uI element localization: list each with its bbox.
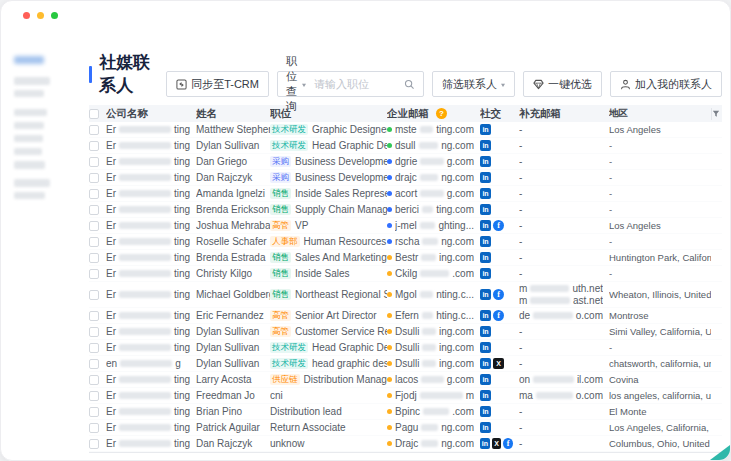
company-name-suffix: ting — [174, 124, 190, 135]
row-checkbox-cell — [89, 253, 106, 263]
social-cell: inX — [480, 358, 519, 369]
linkedin-icon[interactable]: in — [480, 220, 491, 231]
row-checkbox[interactable] — [89, 125, 99, 135]
row-checkbox[interactable] — [89, 141, 99, 151]
table-row: ErtingDylan Sullivan技术研发Head Graphic Des… — [89, 138, 722, 154]
sidebar-item[interactable] — [14, 135, 43, 142]
email-address: rschang.com — [395, 236, 474, 247]
sidebar-item[interactable] — [14, 90, 44, 97]
row-checkbox[interactable] — [89, 237, 99, 247]
minimize-window-icon[interactable] — [37, 12, 44, 19]
column-filter-icon[interactable] — [711, 108, 722, 120]
redacted-text — [420, 174, 439, 181]
company-name-prefix: Er — [106, 374, 116, 385]
company-name: Erting — [106, 140, 190, 151]
x-icon[interactable]: X — [492, 438, 502, 449]
email-address-suffix: ghting... — [438, 220, 474, 231]
close-window-icon[interactable] — [23, 12, 30, 19]
filter-contacts-select[interactable]: 筛选联系人 ▾ — [432, 71, 515, 97]
redacted-text — [420, 222, 436, 229]
search-icon[interactable] — [404, 79, 415, 90]
row-checkbox[interactable] — [89, 407, 99, 417]
linkedin-icon[interactable]: in — [480, 236, 491, 247]
linkedin-icon[interactable]: in — [480, 156, 491, 167]
linkedin-icon[interactable]: in — [480, 358, 491, 369]
row-checkbox[interactable] — [89, 391, 99, 401]
sync-to-tcrm-button[interactable]: 同步至T-CRM — [166, 71, 269, 97]
linkedin-icon[interactable]: in — [480, 326, 491, 337]
linkedin-icon[interactable]: in — [480, 289, 491, 300]
sidebar-item[interactable] — [14, 77, 50, 85]
row-checkbox[interactable] — [89, 375, 99, 385]
position-text: Return Associate — [270, 422, 346, 433]
row-checkbox-cell — [89, 173, 106, 183]
one-click-optimize-button[interactable]: 一键优选 — [523, 71, 602, 97]
facebook-icon[interactable]: f — [493, 289, 504, 300]
extra-email-suffix: il.com — [577, 374, 603, 385]
row-checkbox[interactable] — [89, 221, 99, 231]
linkedin-icon[interactable]: in — [480, 406, 491, 417]
chat-widget-corner[interactable] — [710, 445, 730, 460]
row-checkbox[interactable] — [89, 157, 99, 167]
row-checkbox-cell — [89, 359, 106, 369]
help-icon[interactable]: ? — [436, 108, 447, 119]
linkedin-icon[interactable]: in — [480, 124, 491, 135]
position-search-input[interactable] — [314, 78, 402, 90]
chevron-down-icon: ▾ — [302, 80, 306, 87]
sidebar-item[interactable] — [14, 109, 47, 116]
facebook-icon[interactable]: f — [493, 310, 504, 321]
linkedin-icon[interactable]: in — [480, 204, 491, 215]
row-checkbox[interactable] — [89, 439, 99, 449]
sidebar-item[interactable] — [14, 148, 42, 155]
row-checkbox-cell — [89, 269, 106, 279]
row-checkbox[interactable] — [89, 253, 99, 263]
redacted-text — [119, 270, 171, 277]
row-checkbox[interactable] — [89, 343, 99, 353]
email-cell: Efernhting.c... — [387, 310, 480, 321]
linkedin-icon[interactable]: in — [480, 252, 491, 263]
facebook-icon[interactable]: f — [503, 438, 513, 449]
row-checkbox[interactable] — [89, 311, 99, 321]
row-checkbox[interactable] — [89, 290, 99, 300]
position-tag: 采购 — [270, 156, 291, 167]
sidebar-item[interactable] — [14, 179, 50, 187]
row-checkbox[interactable] — [89, 327, 99, 337]
position-tag: 技术研发 — [270, 342, 308, 353]
redacted-text — [420, 392, 463, 399]
row-checkbox[interactable] — [89, 269, 99, 279]
sidebar-item[interactable] — [14, 161, 45, 169]
row-checkbox[interactable] — [89, 173, 99, 183]
position-query-select[interactable]: 职位查询 ▾ — [278, 54, 314, 114]
row-checkbox[interactable] — [89, 359, 99, 369]
linkedin-icon[interactable]: in — [480, 342, 491, 353]
redacted-text — [119, 158, 171, 165]
email-address-suffix: ng.com — [441, 140, 474, 151]
x-icon[interactable]: X — [493, 358, 504, 369]
company-cell: Erting — [106, 252, 196, 263]
main-content: 社媒联系人 同步至T-CRM 职位查询 ▾ — [76, 29, 730, 461]
row-checkbox[interactable] — [89, 205, 99, 215]
email-address-suffix: ng.com — [441, 172, 474, 183]
linkedin-icon[interactable]: in — [480, 374, 491, 385]
region-cell: Wheaton, Illinois, United St... — [609, 289, 711, 300]
select-all-checkbox[interactable] — [89, 109, 99, 119]
email-status-dot — [387, 255, 392, 260]
linkedin-icon[interactable]: in — [480, 140, 491, 151]
maximize-window-icon[interactable] — [51, 12, 58, 19]
linkedin-icon[interactable]: in — [480, 422, 491, 433]
position-tag: 技术研发 — [270, 124, 308, 135]
add-to-my-contacts-button[interactable]: 加入我的联系人 — [610, 71, 722, 97]
facebook-icon[interactable]: f — [493, 220, 504, 231]
linkedin-icon[interactable]: in — [480, 172, 491, 183]
name-cell: Dan Rajczyk — [196, 172, 270, 183]
linkedin-icon[interactable]: in — [480, 268, 491, 279]
row-checkbox[interactable] — [89, 189, 99, 199]
linkedin-icon[interactable]: in — [480, 438, 490, 449]
linkedin-icon[interactable]: in — [480, 188, 491, 199]
row-checkbox[interactable] — [89, 423, 99, 433]
sidebar-item[interactable] — [14, 122, 44, 129]
linkedin-icon[interactable]: in — [480, 310, 491, 321]
region-cell: Los Angeles — [609, 220, 711, 231]
sidebar-item[interactable] — [14, 192, 45, 199]
linkedin-icon[interactable]: in — [480, 390, 491, 401]
